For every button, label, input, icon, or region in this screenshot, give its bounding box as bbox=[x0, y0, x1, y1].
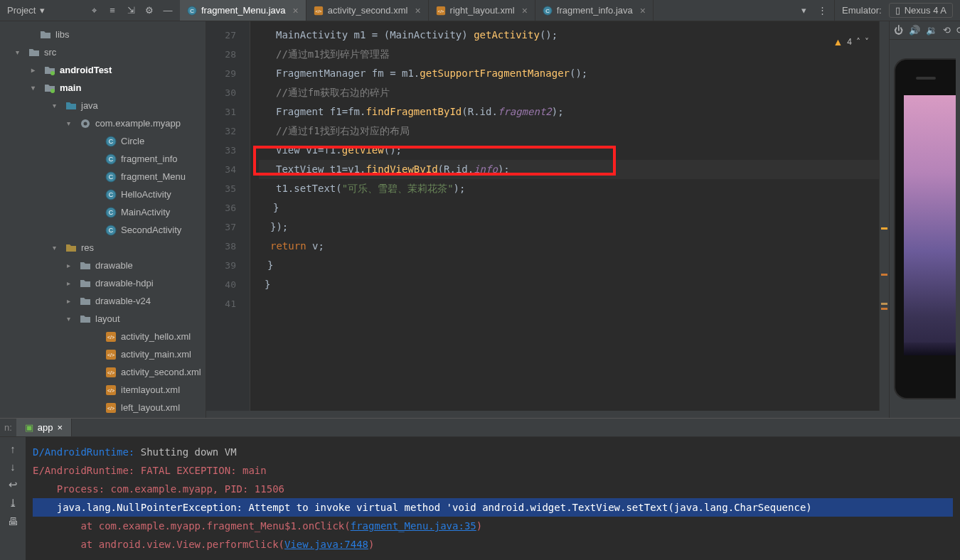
emulator-device-frame[interactable] bbox=[894, 58, 956, 399]
gear-icon[interactable]: ⚙ bbox=[142, 3, 157, 18]
volume-down-icon[interactable]: 🔉 bbox=[926, 25, 937, 36]
chevron-down-icon[interactable]: ▾ bbox=[796, 3, 811, 18]
target-icon[interactable]: ⌖ bbox=[86, 3, 102, 18]
soft-wrap-icon[interactable]: ↩ bbox=[9, 478, 18, 491]
expand-all-icon[interactable]: ≡ bbox=[105, 3, 120, 18]
tab-overflow: ▾ ⋮ bbox=[791, 0, 834, 21]
logcat-tab-app[interactable]: ▣ app × bbox=[16, 419, 72, 436]
xml-icon: </> bbox=[105, 349, 117, 360]
tree-item[interactable]: CHelloActivity bbox=[0, 185, 206, 203]
error-stripe[interactable] bbox=[879, 21, 889, 411]
editor-tab[interactable]: </>right_layout.xml× bbox=[429, 0, 535, 21]
tree-item[interactable]: </>activity_main.xml bbox=[0, 345, 206, 363]
svg-text:C: C bbox=[190, 7, 194, 14]
minimize-icon[interactable]: — bbox=[160, 3, 176, 18]
horizontal-scrollbar[interactable] bbox=[206, 411, 889, 418]
print-icon[interactable]: 🖶 bbox=[8, 515, 18, 527]
down-arrow-icon[interactable]: ↓ bbox=[10, 461, 16, 473]
tree-item[interactable]: Cfragment_Menu bbox=[0, 168, 206, 185]
class-icon: C bbox=[105, 189, 117, 200]
tree-item[interactable]: </>activity_hello.xml bbox=[0, 328, 206, 345]
svg-text:C: C bbox=[545, 7, 550, 14]
stacktrace-link[interactable]: fragment_Menu.java:35 bbox=[351, 520, 476, 532]
rotate-right-icon[interactable]: ⟳ bbox=[956, 25, 960, 36]
code-scroll[interactable]: 272829303132333435363738394041 MainActiv… bbox=[206, 21, 889, 411]
svg-text:</>: </> bbox=[107, 406, 114, 411]
stripe-mark[interactable] bbox=[881, 303, 887, 305]
power-icon[interactable]: ⏻ bbox=[894, 25, 903, 36]
java-file-icon: C bbox=[543, 6, 553, 16]
bottom-tabs: n: ▣ app × bbox=[0, 419, 960, 437]
chevron-up-icon[interactable]: ˄ bbox=[856, 37, 860, 47]
tree-item-label: res bbox=[81, 242, 94, 253]
stripe-mark[interactable] bbox=[881, 227, 887, 230]
tree-arrow-icon: ▾ bbox=[67, 119, 75, 127]
folder-icon bbox=[80, 260, 91, 271]
close-icon[interactable]: × bbox=[640, 5, 646, 16]
console-output[interactable]: D/AndroidRuntime: Shutting down VME/Andr… bbox=[26, 437, 960, 560]
tree-item[interactable]: ▾res bbox=[0, 239, 206, 257]
project-panel: libs▾src▸androidTest▾main▾java▾com.examp… bbox=[0, 21, 206, 418]
tree-arrow-icon: ▾ bbox=[31, 84, 40, 92]
close-icon[interactable]: × bbox=[58, 422, 63, 433]
editor-tab[interactable]: Cfragment_Menu.java× bbox=[180, 0, 306, 21]
phone-screen[interactable] bbox=[904, 95, 956, 355]
bottom-body: ↑ ↓ ↩ ⤓ 🖶 D/AndroidRuntime: Shutting dow… bbox=[0, 437, 960, 560]
close-icon[interactable]: × bbox=[415, 5, 420, 16]
tree-arrow-icon: ▸ bbox=[67, 262, 75, 269]
tree-item[interactable]: CCircle bbox=[0, 132, 206, 150]
collapse-all-icon[interactable]: ⇲ bbox=[123, 3, 139, 18]
tree-item[interactable]: ▸drawable-hdpi bbox=[0, 274, 206, 292]
tree-item[interactable]: </>itemlayout.xml bbox=[0, 381, 206, 399]
close-icon[interactable]: × bbox=[522, 5, 528, 16]
tree-item-label: MainActivity bbox=[121, 207, 170, 217]
tree-item[interactable]: </>activity_second.xml bbox=[0, 363, 206, 381]
tree-arrow-icon: ▾ bbox=[53, 244, 61, 252]
bottom-panel: n: ▣ app × ↑ ↓ ↩ ⤓ 🖶 D/AndroidRuntime: S… bbox=[0, 418, 960, 560]
stripe-mark[interactable] bbox=[881, 308, 887, 310]
editor-tab[interactable]: Cfragment_info.java× bbox=[535, 0, 654, 21]
stacktrace-link[interactable]: View.java:7448 bbox=[284, 539, 368, 550]
code-line: View v1=f1.getView(); bbox=[259, 141, 879, 160]
tree-item[interactable]: libs bbox=[0, 26, 206, 43]
svg-text:C: C bbox=[109, 156, 114, 163]
tree-item[interactable]: CSecondActivity bbox=[0, 221, 206, 239]
code-content[interactable]: MainActivity m1 = (MainActivity) getActi… bbox=[250, 21, 879, 411]
tree-arrow-icon: ▾ bbox=[67, 315, 75, 323]
device-selector[interactable]: ▯ Nexus 4 A bbox=[889, 3, 953, 18]
logcat-tab-label: app bbox=[38, 422, 53, 433]
line-number: 39 bbox=[206, 256, 236, 275]
tree-item[interactable]: ▾com.example.myapp bbox=[0, 114, 206, 132]
close-icon[interactable]: × bbox=[293, 5, 299, 16]
tree-item-label: HelloActivity bbox=[121, 189, 171, 200]
scroll-to-end-icon[interactable]: ⤓ bbox=[9, 497, 18, 510]
xml-icon: </> bbox=[105, 384, 117, 396]
tree-item[interactable]: </>left_layout.xml bbox=[0, 399, 206, 416]
tree-item[interactable]: ▸drawable-v24 bbox=[0, 292, 206, 310]
up-arrow-icon[interactable]: ↑ bbox=[10, 443, 16, 455]
chevron-down-icon[interactable]: ˅ bbox=[865, 37, 869, 47]
volume-up-icon[interactable]: 🔊 bbox=[909, 25, 920, 36]
tree-item[interactable]: ▾src bbox=[0, 43, 206, 61]
tree-item[interactable]: CMainActivity bbox=[0, 203, 206, 221]
tree-item[interactable]: ▸androidTest bbox=[0, 61, 206, 79]
editor-tab[interactable]: </>activity_second.xml× bbox=[306, 0, 429, 21]
tree-item[interactable]: ▾java bbox=[0, 97, 206, 114]
tree-item[interactable]: ▾layout bbox=[0, 310, 206, 328]
line-number: 31 bbox=[206, 102, 236, 122]
tree-item-label: activity_main.xml bbox=[121, 349, 191, 360]
tree-item[interactable]: ▸drawable bbox=[0, 257, 206, 274]
more-icon[interactable]: ⋮ bbox=[814, 3, 830, 18]
warning-icon: ▲ bbox=[833, 36, 843, 48]
project-dropdown[interactable]: Project ▾ bbox=[0, 0, 82, 21]
tree-item[interactable]: Cfragment_info bbox=[0, 150, 206, 168]
svg-text:C: C bbox=[109, 138, 114, 145]
phone-speaker bbox=[916, 77, 936, 80]
class-icon: C bbox=[105, 136, 117, 147]
stripe-mark[interactable] bbox=[881, 274, 887, 276]
line-number: 38 bbox=[206, 237, 236, 256]
tree-item[interactable]: ▾main bbox=[0, 79, 206, 97]
rotate-left-icon[interactable]: ⟲ bbox=[943, 25, 951, 36]
java-file-icon: C bbox=[187, 6, 197, 16]
tree-item-label: activity_hello.xml bbox=[121, 331, 191, 342]
